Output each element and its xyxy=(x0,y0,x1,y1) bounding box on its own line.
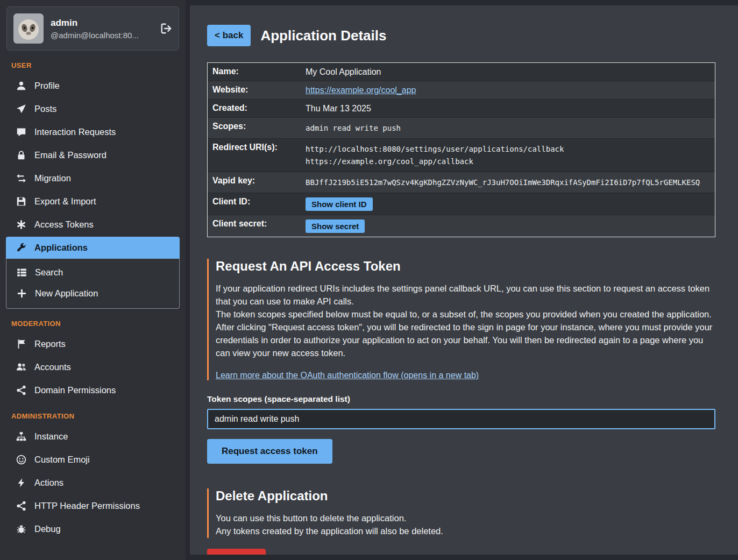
detail-row-client-id: Client ID: Show client ID xyxy=(208,193,715,215)
sidebar-item-label: Export & Import xyxy=(34,196,96,207)
user-handle: @admin@localhost:80... xyxy=(51,31,139,40)
paper-plane-icon xyxy=(16,104,26,114)
delete-application-section: Delete Application You can use this butt… xyxy=(207,488,715,538)
avatar xyxy=(13,13,44,44)
detail-key: Created: xyxy=(208,103,306,113)
redirect-uri-2: https://example.org/cool_app/callback xyxy=(306,155,564,168)
share-nodes-icon xyxy=(16,501,26,511)
sidebar-item-reports[interactable]: Reports xyxy=(6,333,180,355)
sidebar-item-label: Search xyxy=(35,267,63,278)
sidebar-item-label: Posts xyxy=(34,104,56,114)
detail-row-vapid-key: Vapid key: BBJffJ219b5iE512m7wQSzv4KgKDh… xyxy=(208,172,715,193)
sidebar-item-label: Applications xyxy=(34,243,88,253)
token-scopes-input[interactable] xyxy=(207,409,715,429)
sidebar-item-profile[interactable]: Profile xyxy=(6,75,180,97)
user-icon xyxy=(16,81,26,91)
request-access-token-button[interactable]: Request access token xyxy=(207,439,332,464)
detail-key: Redirect URI(s): xyxy=(208,143,306,152)
oauth-docs-link[interactable]: Learn more about the OAuth authenticatio… xyxy=(216,371,479,380)
section-label-user: USER xyxy=(11,61,174,69)
app-root: admin @admin@localhost:80... USER Profil… xyxy=(0,0,738,560)
detail-key: Scopes: xyxy=(208,122,306,131)
sidebar-item-new-application[interactable]: New Application xyxy=(6,283,179,304)
delete-button[interactable]: Delete xyxy=(207,549,266,555)
lock-icon xyxy=(16,150,26,160)
sidebar-item-label: Interaction Requests xyxy=(34,127,116,137)
detail-value: http://localhost:8080/settings/user/appl… xyxy=(306,143,564,168)
detail-row-scopes: Scopes: admin read write push xyxy=(208,117,715,138)
website-link[interactable]: https://example.org/cool_app xyxy=(306,85,416,95)
sidebar-item-interaction-requests[interactable]: Interaction Requests xyxy=(6,121,180,143)
sidebar-item-domain-permissions[interactable]: Domain Permissions xyxy=(6,379,180,401)
token-scopes-label: Token scopes (space-separated list) xyxy=(207,394,715,404)
tools-icon xyxy=(16,243,26,253)
sidebar-item-label: Profile xyxy=(34,81,60,91)
page-title: Application Details xyxy=(260,27,386,44)
sidebar-item-label: Email & Password xyxy=(34,150,107,160)
logout-icon[interactable] xyxy=(160,23,172,34)
sidebar-item-label: Access Tokens xyxy=(34,219,94,230)
detail-row-redirect-uris: Redirect URI(s): http://localhost:8080/s… xyxy=(208,138,715,172)
sidebar-item-accounts[interactable]: Accounts xyxy=(6,356,180,378)
sidebar-item-label: Actions xyxy=(34,478,63,488)
detail-row-created: Created: Thu Mar 13 2025 xyxy=(208,99,715,117)
detail-value: Thu Mar 13 2025 xyxy=(306,103,371,114)
flag-icon xyxy=(16,339,26,349)
asterisk-icon xyxy=(16,219,26,230)
sidebar-item-export-import[interactable]: Export & Import xyxy=(6,190,180,212)
share-nodes-icon xyxy=(16,385,26,395)
sidebar-item-label: Debug xyxy=(34,524,61,534)
sidebar-item-applications[interactable]: Applications xyxy=(6,237,180,259)
bug-icon xyxy=(16,524,26,534)
exchange-arrows-icon xyxy=(16,173,26,183)
sidebar-item-label: HTTP Header Permissions xyxy=(34,501,140,511)
sidebar-item-applications-search[interactable]: Search xyxy=(6,262,179,283)
sidebar-item-label: Custom Emoji xyxy=(34,455,90,465)
sidebar-item-custom-emoji[interactable]: Custom Emoji xyxy=(6,449,180,471)
delete-paragraph-2: Any tokens created by the application wi… xyxy=(216,525,715,538)
delete-application-title: Delete Application xyxy=(216,488,715,504)
bolt-icon xyxy=(16,478,26,488)
detail-key: Client ID: xyxy=(208,197,306,207)
detail-key: Vapid key: xyxy=(208,176,306,186)
sidebar-item-label: Domain Permissions xyxy=(34,385,116,395)
application-details-table: Name: My Cool Application Website: https… xyxy=(207,62,715,237)
sidebar-item-label: Accounts xyxy=(34,362,71,372)
main-content: < back Application Details Name: My Cool… xyxy=(190,5,738,555)
sidebar-item-debug[interactable]: Debug xyxy=(6,518,180,540)
detail-key: Client secret: xyxy=(208,219,306,229)
applications-submenu: Search New Application xyxy=(6,259,180,309)
sidebar: admin @admin@localhost:80... USER Profil… xyxy=(0,0,186,560)
section-label-administration: ADMINISTRATION xyxy=(11,412,174,420)
detail-key: Website: xyxy=(208,85,306,95)
user-info: admin @admin@localhost:80... xyxy=(51,18,139,40)
plus-icon xyxy=(16,288,27,299)
sidebar-item-label: Instance xyxy=(34,431,68,442)
sidebar-item-posts[interactable]: Posts xyxy=(6,98,180,120)
detail-value: admin read write push xyxy=(306,122,401,134)
sidebar-item-http-header-permissions[interactable]: HTTP Header Permissions xyxy=(6,495,180,517)
sidebar-item-instance[interactable]: Instance xyxy=(6,426,180,448)
sidebar-item-label: Reports xyxy=(34,339,66,349)
sidebar-item-actions[interactable]: Actions xyxy=(6,472,180,494)
user-card[interactable]: admin @admin@localhost:80... xyxy=(6,6,179,51)
detail-row-client-secret: Client secret: Show secret xyxy=(208,215,715,237)
request-token-title: Request An API Access Token xyxy=(216,259,715,274)
sidebar-item-access-tokens[interactable]: Access Tokens xyxy=(6,214,180,236)
section-label-moderation: MODERATION xyxy=(11,320,174,328)
delete-paragraph-1: You can use this button to delete the ap… xyxy=(216,512,715,525)
detail-key: Name: xyxy=(208,67,306,76)
user-name: admin xyxy=(51,18,139,29)
sidebar-item-email-password[interactable]: Email & Password xyxy=(6,144,180,166)
detail-value: My Cool Application xyxy=(306,67,381,77)
sidebar-item-label: Migration xyxy=(34,173,71,183)
users-icon xyxy=(16,362,26,372)
show-secret-button[interactable]: Show secret xyxy=(306,219,365,233)
sidebar-item-label: New Application xyxy=(35,288,98,299)
show-client-id-button[interactable]: Show client ID xyxy=(306,197,373,211)
sidebar-item-migration[interactable]: Migration xyxy=(6,167,180,189)
comment-icon xyxy=(16,127,26,137)
request-token-paragraph-3: After clicking "Request access token", y… xyxy=(216,321,715,360)
request-token-paragraph-2: The token scopes specified below must be… xyxy=(216,308,715,321)
back-button[interactable]: < back xyxy=(207,25,251,46)
